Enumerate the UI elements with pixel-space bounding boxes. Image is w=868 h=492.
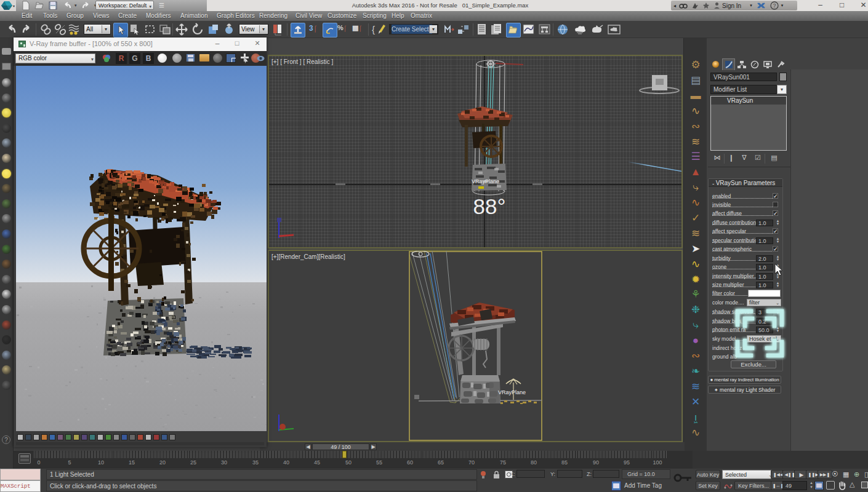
svg-text:{: {: [372, 24, 375, 34]
svg-text:?: ?: [773, 2, 776, 9]
